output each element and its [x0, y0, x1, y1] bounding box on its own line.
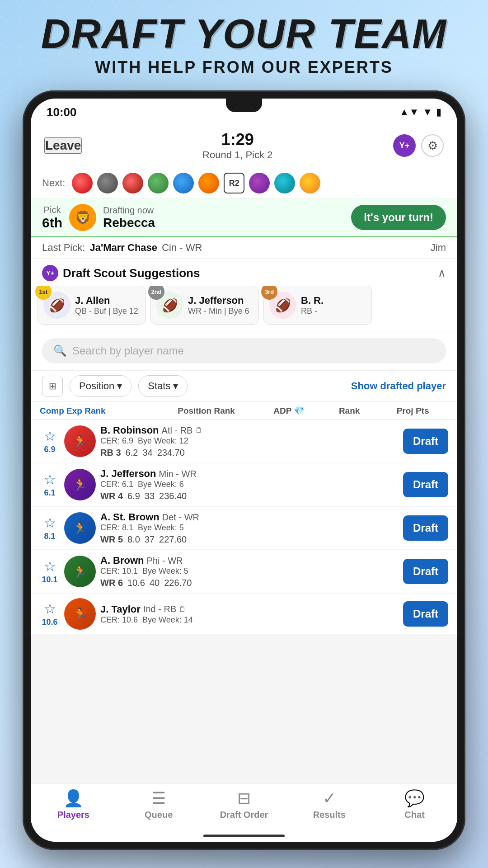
position-filter[interactable]: Position ▾ [70, 375, 131, 397]
player-avatar-4: 🏃 [64, 556, 96, 587]
helmet-5 [173, 173, 194, 193]
search-icon: 🔍 [53, 344, 67, 357]
header-actions: Y+ ⚙ [393, 134, 444, 157]
nav-item-results[interactable]: ✓ Results [286, 789, 372, 820]
scout-title: Draft Scout Suggestions [63, 266, 200, 280]
yahoo-plus-badge[interactable]: Y+ [393, 134, 416, 157]
rank-val-4: 40 [150, 578, 160, 588]
draft-button-3[interactable]: Draft [403, 515, 448, 541]
player-cer-3: CER: 8.1 Bye Week: 5 [100, 523, 399, 533]
search-section: 🔍 Search by player name [31, 331, 457, 371]
player-name-5: J. Taylor [100, 604, 141, 615]
draft-button-5[interactable]: Draft [403, 601, 448, 627]
col-adp: ADP 💎 [257, 406, 322, 416]
player-row: ☆ 10.6 🏃 J. Taylor Ind - RB 🗒 CER: 10.6 … [31, 594, 457, 634]
rank-val-2: 33 [145, 491, 155, 501]
player-sub-row-1: RB 3 6.2 34 234.70 [100, 448, 399, 458]
bottom-nav: 👤 Players ☰ Queue ⊟ Draft Order ✓ Result… [31, 783, 457, 842]
cer-score-4: 10.1 [42, 575, 57, 585]
player-avatar-2: 🏃 [64, 469, 96, 500]
draft-order-label: Draft Order [220, 810, 268, 820]
nav-item-players[interactable]: 👤 Players [31, 789, 116, 820]
drafting-info: Drafting now Rebecca [103, 205, 344, 230]
scout-player-info-1: J. Allen QB - Buf | Bye 12 [75, 295, 138, 316]
col-comp-exp[interactable]: Comp Exp Rank [40, 406, 156, 416]
cer-score-5: 10.6 [42, 618, 57, 627]
player-name-line-2: J. Jefferson Min - WR [100, 468, 399, 480]
scout-player-2[interactable]: 2nd 🏈 J. Jefferson WR - Min | Bye 6 [150, 286, 259, 325]
pos-rank-3: WR 5 [100, 534, 123, 545]
header-center: 1:29 Round 1, Pick 2 [202, 130, 272, 161]
search-bar[interactable]: 🔍 Search by player name [42, 338, 446, 363]
settings-button[interactable]: ⚙ [421, 134, 444, 157]
scout-player-name-2: J. Jefferson [188, 295, 249, 307]
drafter-name: Rebecca [103, 216, 344, 230]
scout-player-info-3: B. R. RB - [301, 295, 324, 316]
chat-label: Chat [404, 810, 424, 820]
drafting-row: Pick 6th 🦁 Drafting now Rebecca It's you… [31, 198, 457, 237]
players-list: ☆ 6.9 🏃 B. Robinson Atl - RB 🗒 CER: 6.9 … [31, 420, 457, 634]
player-cer-2: CER: 6.1 Bye Week: 6 [100, 480, 399, 489]
nav-item-draft-order[interactable]: ⊟ Draft Order [202, 789, 287, 820]
last-pick-text: Last Pick: Ja'Marr Chase Cin - WR [42, 242, 202, 254]
player-name-4: A. Brown [100, 555, 144, 566]
player-star-3[interactable]: ☆ 8.1 [40, 515, 60, 541]
phone-notch [226, 99, 262, 112]
player-row: ☆ 8.1 🏃 A. St. Brown Det - WR CER: 8.1 B… [31, 507, 457, 549]
your-turn-button[interactable]: It's your turn! [351, 205, 446, 230]
player-star-5[interactable]: ☆ 10.6 [40, 601, 60, 627]
filter-row: ⊞ Position ▾ Stats ▾ Show drafted player [31, 371, 457, 402]
rank-val-1: 34 [142, 448, 152, 458]
stats-label: Stats [148, 380, 170, 392]
battery-icon: ▮ [436, 106, 441, 118]
helmet-9 [300, 173, 320, 193]
scout-player-3[interactable]: 3rd 🏈 B. R. RB - [263, 286, 372, 325]
phone-frame: 10:00 ▲▼ ▼ ▮ Leave 1:29 Round 1, Pick 2 … [23, 90, 465, 850]
note-icon-1: 🗒 [195, 426, 202, 434]
player-name-line-3: A. St. Brown Det - WR [100, 511, 399, 523]
scout-player-pos-3: RB - [301, 307, 324, 316]
player-avatar-1: 🏃 [64, 425, 96, 457]
status-time: 10:00 [47, 105, 77, 119]
player-info-5: J. Taylor Ind - RB 🗒 CER: 10.6 Bye Week:… [100, 604, 399, 625]
player-info-1: B. Robinson Atl - RB 🗒 CER: 6.9 Bye Week… [100, 425, 399, 458]
draft-button-1[interactable]: Draft [403, 429, 448, 454]
player-star-4[interactable]: ☆ 10.1 [40, 558, 60, 585]
last-pick-player: Ja'Marr Chase [90, 242, 158, 253]
nav-item-chat[interactable]: 💬 Chat [372, 789, 457, 820]
player-avatar-5: 🏃 [64, 598, 96, 630]
pos-rank-1: RB 3 [100, 448, 121, 458]
drafting-now-label: Drafting now [103, 205, 344, 216]
scout-collapse-button[interactable]: ∧ [438, 267, 446, 279]
star-icon-2: ☆ [44, 472, 56, 487]
table-header: Comp Exp Rank Position Rank ADP 💎 Rank P… [31, 402, 457, 420]
chat-icon: 💬 [404, 789, 425, 808]
leave-button[interactable]: Leave [44, 137, 82, 154]
round-pick: Round 1, Pick 2 [202, 149, 272, 161]
player-team-5: Ind - RB [143, 604, 176, 614]
scout-player-1[interactable]: 1st 🏈 J. Allen QB - Buf | Bye 12 [38, 286, 146, 325]
player-star-2[interactable]: ☆ 6.1 [40, 472, 60, 498]
nav-item-queue[interactable]: ☰ Queue [116, 789, 202, 820]
player-sub-row-4: WR 6 10.6 40 226.70 [100, 578, 399, 588]
pos-rank-4: WR 6 [100, 578, 123, 588]
draft-order-row: Next: R2 [31, 168, 457, 198]
player-name-line-5: J. Taylor Ind - RB 🗒 [100, 604, 399, 615]
col-position-rank: Position Rank [158, 406, 255, 416]
scout-player-pos-1: QB - Buf | Bye 12 [75, 307, 138, 316]
show-drafted-link[interactable]: Show drafted player [351, 380, 446, 392]
player-info-2: J. Jefferson Min - WR CER: 6.1 Bye Week:… [100, 468, 399, 501]
player-star-1[interactable]: ☆ 6.9 [40, 428, 60, 454]
player-info-4: A. Brown Phi - WR CER: 10.1 Bye Week: 5 … [100, 555, 399, 588]
cer-score-1: 6.9 [44, 445, 55, 454]
draft-button-2[interactable]: Draft [403, 472, 448, 497]
scout-player-pos-2: WR - Min | Bye 6 [188, 307, 249, 316]
draft-button-4[interactable]: Draft [403, 559, 448, 584]
stats-filter[interactable]: Stats ▾ [138, 375, 188, 397]
results-label: Results [313, 810, 346, 820]
filter-icon-button[interactable]: ⊞ [42, 376, 63, 396]
position-label: Position [79, 380, 114, 392]
helmet-8 [274, 173, 295, 193]
player-cer-1: CER: 6.9 Bye Week: 12 [100, 436, 399, 446]
player-name-line-4: A. Brown Phi - WR [100, 555, 399, 566]
